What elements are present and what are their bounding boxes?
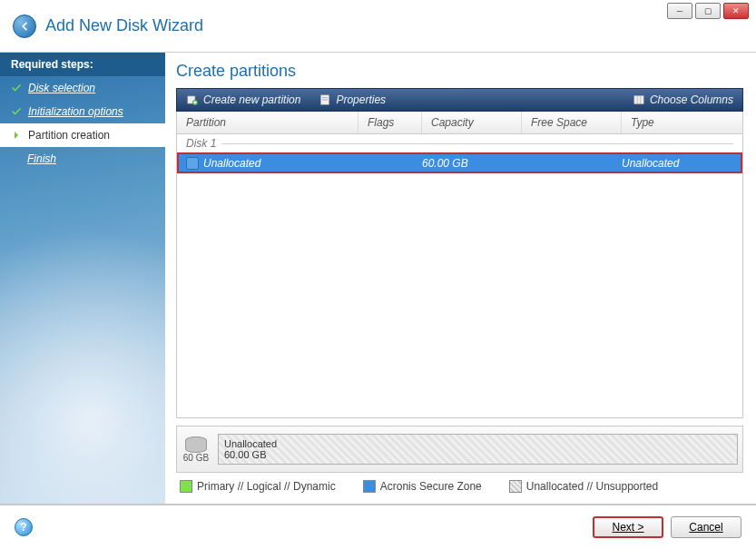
swatch-secure-icon xyxy=(363,480,376,493)
cell-partition: Unallocated xyxy=(203,157,260,170)
step-disk-selection[interactable]: Disk selection xyxy=(0,76,165,100)
choose-columns-button[interactable]: Choose Columns xyxy=(623,89,742,111)
svg-rect-5 xyxy=(634,95,644,103)
col-partition[interactable]: Partition xyxy=(177,112,358,133)
disk-map: 60 GB Unallocated 60.00 GB xyxy=(176,426,743,473)
page-title: Create partitions xyxy=(176,62,743,81)
cell-type: Unallocated xyxy=(622,157,739,170)
toolbar-label: Properties xyxy=(336,93,386,106)
minimize-button[interactable]: ─ xyxy=(667,3,692,19)
window-controls: ─ ▢ ✕ xyxy=(667,3,749,19)
check-icon xyxy=(11,83,22,93)
main-panel: Create partitions Create new partition P… xyxy=(165,53,756,504)
diskbar-size: 60.00 GB xyxy=(224,449,737,460)
close-button[interactable]: ✕ xyxy=(723,3,749,19)
arrow-right-icon xyxy=(11,130,22,141)
back-button[interactable] xyxy=(13,15,36,38)
diskbar-name: Unallocated xyxy=(224,438,737,449)
next-button[interactable]: Next > xyxy=(593,516,663,538)
legend: Primary // Logical // Dynamic Acronis Se… xyxy=(176,473,743,495)
cell-capacity: 60.00 GB xyxy=(422,157,522,170)
disk-group-label: Disk 1 xyxy=(177,134,742,152)
check-icon xyxy=(11,106,22,117)
properties-button[interactable]: Properties xyxy=(309,89,395,111)
table-row[interactable]: Unallocated 60.00 GB Unallocated xyxy=(177,152,742,173)
step-label: Partition creation xyxy=(28,129,110,142)
step-label: Disk selection xyxy=(28,82,95,94)
step-initialization-options[interactable]: Initialization options xyxy=(0,100,165,123)
help-button[interactable]: ? xyxy=(15,518,33,536)
swatch-primary-icon xyxy=(180,480,192,493)
legend-unallocated: Unallocated // Unsupported xyxy=(509,480,658,493)
legend-primary: Primary // Logical // Dynamic xyxy=(180,480,336,493)
col-capacity[interactable]: Capacity xyxy=(422,112,522,133)
disk-icon: 60 GB xyxy=(182,436,211,463)
header: Add New Disk Wizard xyxy=(0,0,756,53)
maximize-button[interactable]: ▢ xyxy=(695,3,721,19)
col-type[interactable]: Type xyxy=(622,112,742,133)
wizard-title: Add New Disk Wizard xyxy=(45,16,203,35)
toolbar: Create new partition Properties Choose C… xyxy=(176,88,743,112)
footer: ? Next > Cancel xyxy=(0,504,756,549)
cylinder-icon xyxy=(185,436,207,453)
col-flags[interactable]: Flags xyxy=(358,112,422,133)
toolbar-label: Create new partition xyxy=(203,93,300,106)
col-freespace[interactable]: Free Space xyxy=(522,112,622,133)
sidebar-heading: Required steps: xyxy=(0,53,165,76)
partition-icon xyxy=(186,157,199,170)
swatch-unallocated-icon xyxy=(509,480,522,493)
legend-secure: Acronis Secure Zone xyxy=(363,480,482,493)
toolbar-label: Choose Columns xyxy=(650,93,733,106)
partition-table: Partition Flags Capacity Free Space Type… xyxy=(176,112,743,418)
sidebar: Required steps: Disk selection Initializ… xyxy=(0,53,165,504)
step-label: Initialization options xyxy=(28,105,123,118)
step-partition-creation[interactable]: Partition creation xyxy=(0,123,165,147)
table-header: Partition Flags Capacity Free Space Type xyxy=(177,112,742,134)
properties-icon xyxy=(319,93,331,106)
arrow-left-icon xyxy=(18,20,31,33)
disk-bar-unallocated[interactable]: Unallocated 60.00 GB xyxy=(218,434,738,465)
columns-icon xyxy=(633,93,645,106)
step-label: Finish xyxy=(27,152,56,165)
disk-size-label: 60 GB xyxy=(183,453,209,463)
new-partition-icon xyxy=(186,93,199,106)
create-partition-button[interactable]: Create new partition xyxy=(177,89,309,111)
cancel-button[interactable]: Cancel xyxy=(671,516,741,538)
step-finish[interactable]: Finish xyxy=(0,147,165,171)
